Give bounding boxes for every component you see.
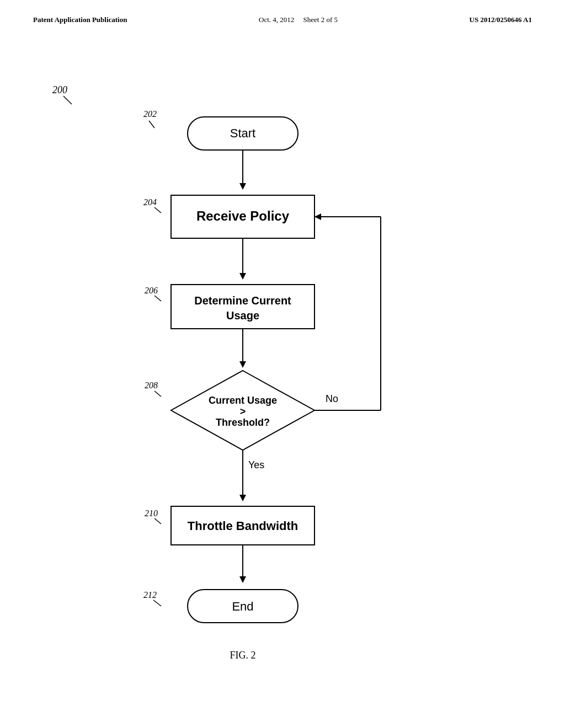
header-left: Patent Application Publication <box>33 15 127 24</box>
svg-text:206: 206 <box>145 286 158 295</box>
svg-text:204: 204 <box>143 197 157 207</box>
decision-line3: Threshold? <box>216 417 270 428</box>
svg-marker-7 <box>239 273 246 280</box>
yes-label: Yes <box>248 459 264 470</box>
determine-usage-line1: Determine Current <box>194 295 291 307</box>
svg-marker-23 <box>239 576 246 583</box>
header-right: US 2012/0250646 A1 <box>470 15 532 24</box>
decision-line2: > <box>240 406 246 417</box>
svg-marker-3 <box>239 183 246 190</box>
throttle-bandwidth-label: Throttle Bandwidth <box>188 519 298 533</box>
header-center: Oct. 4, 2012 Sheet 2 of 5 <box>259 15 338 24</box>
start-label: Start <box>230 126 255 140</box>
header-sheet: Sheet 2 of 5 <box>303 15 338 24</box>
page-header: Patent Application Publication Oct. 4, 2… <box>0 0 565 24</box>
decision-line1: Current Usage <box>209 395 277 406</box>
svg-rect-9 <box>171 285 315 329</box>
svg-marker-19 <box>239 495 246 501</box>
diagram-id-label: 200 <box>52 84 67 95</box>
determine-usage-line2: Usage <box>226 309 259 322</box>
svg-text:210: 210 <box>145 508 158 518</box>
end-label: End <box>232 599 253 613</box>
svg-marker-11 <box>239 361 246 368</box>
flowchart-diagram: 200 202 Start 204 Receive Policy 206 Det… <box>0 35 565 697</box>
svg-text:208: 208 <box>145 381 158 390</box>
no-label: No <box>326 393 338 404</box>
svg-text:202: 202 <box>143 109 157 119</box>
figure-caption: FIG. 2 <box>230 650 255 661</box>
header-date: Oct. 4, 2012 <box>259 15 294 24</box>
receive-policy-label: Receive Policy <box>196 208 290 223</box>
svg-text:212: 212 <box>143 590 157 599</box>
svg-marker-17 <box>315 213 321 220</box>
